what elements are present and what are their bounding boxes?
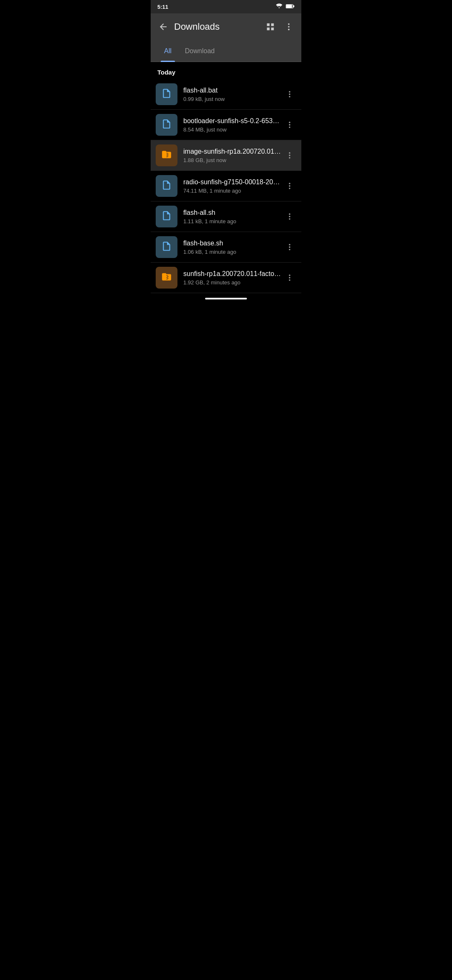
svg-point-4 — [288, 23, 290, 25]
file-more-options-button[interactable] — [283, 149, 296, 162]
file-name: flash-all.sh — [183, 209, 283, 217]
svg-point-23 — [289, 246, 290, 248]
tabs-bar: All Download — [151, 40, 301, 62]
doc-file-icon — [156, 114, 177, 136]
svg-point-10 — [289, 122, 290, 123]
svg-point-8 — [289, 93, 290, 95]
file-name: flash-base.sh — [183, 239, 283, 248]
svg-point-14 — [289, 155, 290, 156]
nav-bar — [151, 293, 301, 307]
svg-rect-3 — [286, 5, 292, 8]
nav-pill — [205, 298, 247, 299]
file-name: image-sunfish-rp1a.200720.011.zip — [183, 147, 283, 156]
zip-file-icon — [156, 144, 177, 166]
file-item[interactable]: sunfish-rp1a.200720.011-factory-1... 1.9… — [151, 263, 301, 293]
file-meta: 74.11 MB, 1 minute ago — [183, 188, 283, 194]
file-info: flash-all.sh 1.11 kB, 1 minute ago — [183, 209, 283, 225]
svg-point-11 — [289, 124, 290, 125]
file-more-options-button[interactable] — [283, 271, 296, 284]
section-header-today: Today — [151, 62, 301, 79]
file-info: sunfish-rp1a.200720.011-factory-1... 1.9… — [183, 270, 283, 286]
svg-point-9 — [289, 96, 290, 97]
more-options-button[interactable] — [281, 19, 296, 34]
file-info: radio-sunfish-g7150-00018-20070... 74.11… — [183, 178, 283, 194]
back-button[interactable] — [156, 19, 171, 34]
file-more-options-button[interactable] — [283, 118, 296, 132]
file-more-options-button[interactable] — [283, 88, 296, 101]
grid-view-button[interactable] — [263, 19, 278, 34]
file-meta: 1.92 GB, 2 minutes ago — [183, 279, 283, 286]
file-item[interactable]: flash-all.sh 1.11 kB, 1 minute ago — [151, 201, 301, 232]
doc-file-icon — [156, 175, 177, 197]
file-name: sunfish-rp1a.200720.011-factory-1... — [183, 270, 283, 279]
svg-point-13 — [289, 152, 290, 154]
svg-point-22 — [289, 244, 290, 245]
tab-download[interactable]: Download — [178, 40, 221, 62]
doc-file-icon — [156, 236, 177, 258]
svg-rect-1 — [293, 5, 294, 8]
svg-point-21 — [289, 218, 290, 219]
file-more-options-button[interactable] — [283, 179, 296, 193]
file-meta: 1.06 kB, 1 minute ago — [183, 249, 283, 255]
wifi-icon — [275, 3, 283, 10]
file-more-options-button[interactable] — [283, 240, 296, 254]
svg-point-20 — [289, 216, 290, 217]
file-meta: 8.54 MB, just now — [183, 126, 283, 133]
file-meta: 0.99 kB, just now — [183, 96, 283, 102]
file-list: Today flash-all.bat 0.99 kB, just now — [151, 62, 301, 293]
doc-file-icon — [156, 206, 177, 227]
svg-point-12 — [289, 126, 290, 128]
page-title: Downloads — [174, 21, 263, 32]
svg-point-17 — [289, 185, 290, 186]
file-info: flash-all.bat 0.99 kB, just now — [183, 86, 283, 103]
file-info: flash-base.sh 1.06 kB, 1 minute ago — [183, 239, 283, 255]
svg-point-18 — [289, 188, 290, 189]
status-icons — [275, 3, 295, 10]
status-time: 5:11 — [157, 4, 168, 10]
file-name: flash-all.bat — [183, 86, 283, 95]
svg-point-24 — [289, 249, 290, 250]
file-meta: 1.11 kB, 1 minute ago — [183, 218, 283, 224]
svg-point-6 — [288, 29, 290, 31]
file-item[interactable]: radio-sunfish-g7150-00018-20070... 74.11… — [151, 171, 301, 201]
tab-all[interactable]: All — [157, 40, 178, 62]
file-item[interactable]: image-sunfish-rp1a.200720.011.zip 1.88 G… — [151, 140, 301, 171]
svg-point-5 — [288, 26, 290, 28]
status-bar: 5:11 — [151, 0, 301, 13]
file-name: bootloader-sunfish-s5-0.2-6539975... — [183, 117, 283, 126]
file-item[interactable]: bootloader-sunfish-s5-0.2-6539975... 8.5… — [151, 110, 301, 140]
svg-point-26 — [289, 277, 290, 278]
file-meta: 1.88 GB, just now — [183, 157, 283, 163]
zip-file-icon — [156, 267, 177, 289]
svg-point-25 — [289, 275, 290, 276]
file-info: image-sunfish-rp1a.200720.011.zip 1.88 G… — [183, 147, 283, 164]
svg-point-16 — [289, 183, 290, 184]
file-item[interactable]: flash-base.sh 1.06 kB, 1 minute ago — [151, 232, 301, 263]
doc-file-icon — [156, 83, 177, 105]
svg-point-15 — [289, 157, 290, 158]
file-info: bootloader-sunfish-s5-0.2-6539975... 8.5… — [183, 117, 283, 133]
file-item[interactable]: flash-all.bat 0.99 kB, just now — [151, 79, 301, 110]
svg-point-7 — [289, 91, 290, 93]
file-more-options-button[interactable] — [283, 210, 296, 223]
battery-icon — [285, 3, 295, 10]
toolbar: Downloads — [151, 13, 301, 40]
svg-point-27 — [289, 279, 290, 281]
file-name: radio-sunfish-g7150-00018-20070... — [183, 178, 283, 187]
svg-point-19 — [289, 214, 290, 215]
